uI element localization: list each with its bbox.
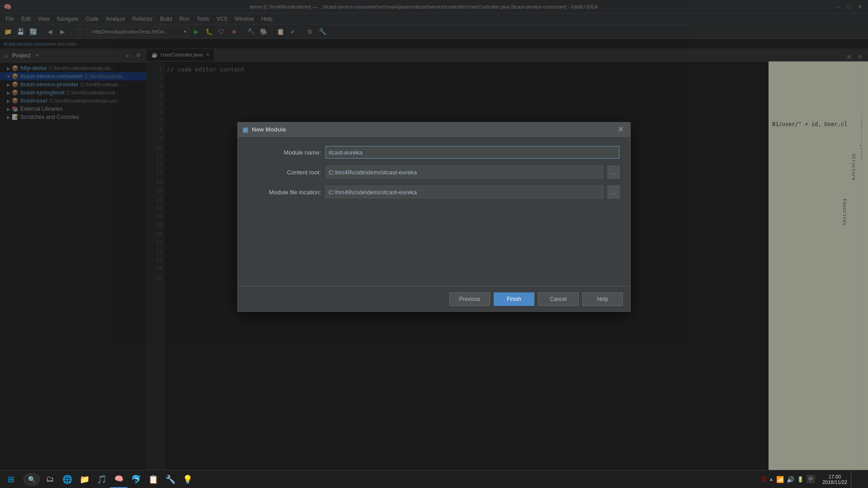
taskbar-dbeaver-btn[interactable]: 🐬 xyxy=(127,471,145,488)
app6-icon: 🔧 xyxy=(165,474,175,484)
taskbar-search-btn[interactable]: 🔍 xyxy=(24,473,40,486)
taskbar-browser-btn[interactable]: 🌐 xyxy=(59,471,76,488)
content-root-value: C:\hm49\code\demo\itcast-eureka xyxy=(326,166,603,178)
taskbar-app5-btn[interactable]: 📋 xyxy=(145,471,162,488)
windows-taskbar: ⊞ 🔍 🗂 🌐 📁 🎵 🧠 🐬 📋 🔧 💡 S ▲ 📶 🔊 🔋 中 17:00 xyxy=(0,470,868,488)
app5-icon: 📋 xyxy=(148,474,158,484)
battery-icon[interactable]: 🔋 xyxy=(797,476,804,483)
taskbar-app6-btn[interactable]: 🔧 xyxy=(162,471,179,488)
taskbar-ide-btn[interactable]: 🧠 xyxy=(110,471,127,488)
windows-logo-icon: ⊞ xyxy=(8,474,14,484)
content-root-browse-btn[interactable]: … xyxy=(608,166,619,178)
help-button[interactable]: Help xyxy=(582,292,623,306)
show-desktop-btn[interactable] xyxy=(851,471,868,488)
new-module-dialog: ▣ New Module ✕ Module name: Content root… xyxy=(237,122,631,312)
dialog-empty-area xyxy=(249,206,619,277)
systray: S ▲ 📶 🔊 🔋 中 xyxy=(758,470,819,488)
module-file-browse-btn[interactable]: … xyxy=(608,186,619,198)
task-view-icon: 🗂 xyxy=(46,474,54,484)
form-row-content-root: Content root: C:\hm49\code\demo\itcast-e… xyxy=(249,166,619,178)
module-file-label: Module file location: xyxy=(249,189,321,196)
app7-icon: 💡 xyxy=(183,474,193,484)
dialog-footer: Previous Finish Cancel Help xyxy=(238,286,630,311)
module-file-value: C:\hm49\code\demo\itcast-eureka xyxy=(326,186,603,198)
form-row-module-name: Module name: xyxy=(249,146,619,159)
search-icon: 🔍 xyxy=(28,476,36,483)
dialog-close-btn[interactable]: ✕ xyxy=(615,124,626,135)
clock-date: 2018/11/22 xyxy=(822,479,847,485)
browser-icon: 🌐 xyxy=(62,474,72,484)
taskbar-task-view-btn[interactable]: 🗂 xyxy=(42,471,59,488)
taskbar-media-btn[interactable]: 🎵 xyxy=(93,471,110,488)
module-name-label: Module name: xyxy=(249,149,321,156)
content-root-label: Content root: xyxy=(249,169,321,176)
taskbar-clock[interactable]: 17:00 2018/11/22 xyxy=(819,474,851,485)
finish-button[interactable]: Finish xyxy=(494,292,534,306)
wifi-icon[interactable]: 📶 xyxy=(776,476,784,483)
form-row-module-file: Module file location: C:\hm49\code\demo\… xyxy=(249,186,619,198)
module-name-input[interactable] xyxy=(326,146,619,159)
taskbar-explorer-btn[interactable]: 📁 xyxy=(76,471,93,488)
dialog-title: New Module xyxy=(252,126,286,133)
systray-chevron[interactable]: ▲ xyxy=(769,477,774,482)
explorer-icon: 📁 xyxy=(80,474,90,484)
dbeaver-icon: 🐬 xyxy=(131,474,141,484)
speaker-icon[interactable]: 🔊 xyxy=(787,476,794,483)
dialog-icon: ▣ xyxy=(242,126,248,133)
language-icon[interactable]: 中 xyxy=(807,475,815,483)
modal-overlay[interactable]: ▣ New Module ✕ Module name: Content root… xyxy=(0,0,868,488)
dialog-body: Module name: Content root: C:\hm49\code\… xyxy=(238,137,630,286)
cancel-button[interactable]: Cancel xyxy=(538,292,579,306)
idea-icon: 🧠 xyxy=(114,474,123,483)
start-button[interactable]: ⊞ xyxy=(0,470,22,488)
clock-time: 17:00 xyxy=(829,474,841,479)
media-icon: 🎵 xyxy=(97,474,107,484)
previous-button[interactable]: Previous xyxy=(449,292,490,306)
dialog-titlebar: ▣ New Module ✕ xyxy=(238,122,630,137)
sopcast-icon[interactable]: S xyxy=(761,475,766,483)
taskbar-app7-btn[interactable]: 💡 xyxy=(179,471,196,488)
